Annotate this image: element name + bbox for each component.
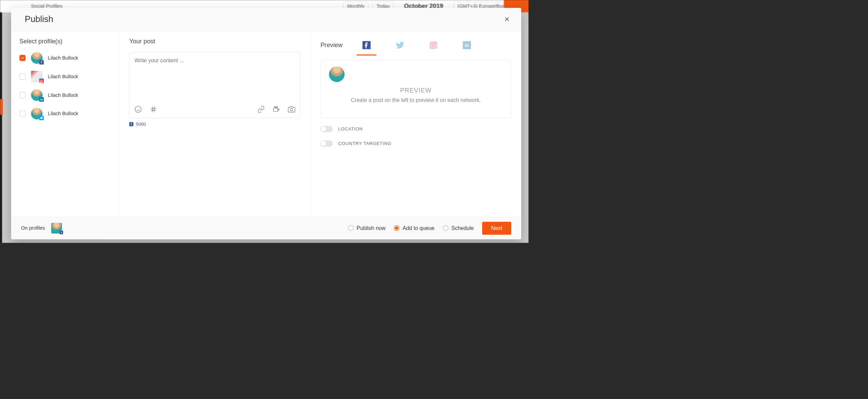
profile-row-facebook[interactable]: f Lilach Bullock bbox=[19, 52, 111, 64]
preview-header: Preview in bbox=[320, 38, 511, 52]
preview-title: Preview bbox=[320, 42, 342, 49]
close-button[interactable] bbox=[504, 16, 511, 23]
facebook-mini-icon: f bbox=[129, 122, 133, 126]
profile-checkbox[interactable] bbox=[19, 110, 25, 117]
tab-facebook[interactable] bbox=[359, 38, 374, 52]
radio-schedule[interactable] bbox=[443, 225, 449, 231]
profiles-title: Select profile(s) bbox=[19, 38, 111, 45]
profile-row-twitter[interactable]: Lilach Bullock bbox=[19, 108, 111, 120]
tab-instagram[interactable] bbox=[426, 38, 441, 52]
add-to-queue-option[interactable]: Add to queue bbox=[394, 225, 435, 231]
preview-heading: PREVIEW bbox=[329, 87, 503, 94]
svg-point-19 bbox=[435, 43, 436, 44]
avatar bbox=[31, 108, 42, 120]
modal-footer: On profiles f Publish now Add to queue S… bbox=[11, 217, 521, 239]
publish-modal: Publish Select profile(s) f Lilach Bullo… bbox=[11, 8, 521, 239]
schedule-option[interactable]: Schedule bbox=[443, 225, 474, 231]
add-to-queue-label: Add to queue bbox=[402, 225, 434, 231]
instagram-icon bbox=[39, 79, 44, 83]
char-count: 5000 bbox=[136, 122, 146, 127]
footer-profile-avatar: f bbox=[51, 223, 62, 234]
facebook-icon: f bbox=[59, 231, 63, 234]
profile-row-linkedin[interactable]: in Lilach Bullock bbox=[19, 89, 111, 101]
profile-name: Lilach Bullock bbox=[48, 55, 78, 61]
publish-now-option[interactable]: Publish now bbox=[348, 225, 386, 231]
avatar bbox=[31, 71, 42, 82]
composer-box bbox=[129, 52, 300, 118]
svg-point-13 bbox=[276, 107, 278, 108]
svg-rect-10 bbox=[274, 108, 278, 111]
footer-left: On profiles f bbox=[21, 223, 62, 234]
svg-point-2 bbox=[42, 80, 42, 80]
location-toggle[interactable] bbox=[320, 126, 333, 132]
modal-header: Publish bbox=[11, 8, 521, 30]
next-button[interactable]: Next bbox=[482, 222, 511, 234]
link-icon[interactable] bbox=[257, 106, 265, 113]
tab-linkedin[interactable]: in bbox=[459, 38, 474, 52]
preview-avatar bbox=[329, 66, 344, 82]
avatar: f bbox=[31, 52, 42, 64]
profile-checkbox[interactable] bbox=[19, 92, 25, 98]
country-targeting-label: COUNTRY TARGETING bbox=[338, 141, 392, 146]
radio-publish-now[interactable] bbox=[348, 225, 354, 231]
composer-title: Your post bbox=[129, 38, 300, 45]
video-icon[interactable] bbox=[273, 106, 280, 113]
facebook-icon: f bbox=[39, 60, 44, 64]
profile-name: Lilach Bullock bbox=[48, 92, 78, 98]
footer-right: Publish now Add to queue Schedule Next bbox=[348, 222, 511, 234]
profile-checkbox[interactable] bbox=[19, 74, 25, 80]
country-targeting-toggle-row: COUNTRY TARGETING bbox=[320, 141, 511, 147]
profiles-panel: Select profile(s) f Lilach Bullock bbox=[11, 31, 119, 217]
char-counter-row: f 5000 bbox=[129, 122, 300, 127]
preview-subtext: Create a post on the left to preview it … bbox=[329, 97, 503, 103]
schedule-label: Schedule bbox=[451, 225, 474, 231]
publish-now-label: Publish now bbox=[357, 225, 386, 231]
linkedin-icon: in bbox=[39, 97, 44, 102]
svg-line-9 bbox=[154, 107, 155, 112]
sidebar-active-indicator bbox=[0, 99, 3, 114]
on-profiles-label: On profiles bbox=[21, 225, 45, 231]
preview-panel: Preview in bbox=[311, 31, 521, 217]
modal-body: Select profile(s) f Lilach Bullock bbox=[11, 30, 521, 217]
preview-tabs: in bbox=[359, 38, 474, 52]
svg-point-3 bbox=[135, 106, 141, 112]
tab-twitter[interactable] bbox=[393, 38, 408, 52]
profile-name: Lilach Bullock bbox=[48, 111, 78, 117]
app-sidebar bbox=[0, 0, 2, 243]
profile-name: Lilach Bullock bbox=[48, 74, 78, 79]
svg-line-8 bbox=[152, 107, 153, 112]
country-targeting-toggle[interactable] bbox=[320, 141, 333, 147]
svg-point-12 bbox=[274, 107, 276, 108]
profile-row-instagram[interactable]: Lilach Bullock bbox=[19, 71, 111, 82]
svg-point-1 bbox=[41, 80, 42, 81]
post-content-input[interactable] bbox=[134, 57, 295, 103]
location-toggle-row: LOCATION bbox=[320, 126, 511, 132]
preview-card: PREVIEW Create a post on the left to pre… bbox=[320, 60, 511, 118]
camera-icon[interactable] bbox=[288, 106, 295, 113]
radio-add-to-queue[interactable] bbox=[394, 225, 400, 231]
avatar: in bbox=[31, 89, 42, 101]
modal-title: Publish bbox=[25, 14, 53, 24]
hashtag-icon[interactable] bbox=[150, 106, 157, 113]
twitter-icon bbox=[39, 116, 44, 120]
svg-text:in: in bbox=[465, 43, 469, 48]
location-label: LOCATION bbox=[338, 126, 363, 132]
composer-panel: Your post bbox=[119, 31, 311, 217]
composer-toolbar bbox=[134, 106, 295, 113]
profile-checkbox[interactable] bbox=[19, 55, 25, 61]
emoji-icon[interactable] bbox=[134, 106, 142, 113]
svg-point-14 bbox=[290, 108, 293, 111]
